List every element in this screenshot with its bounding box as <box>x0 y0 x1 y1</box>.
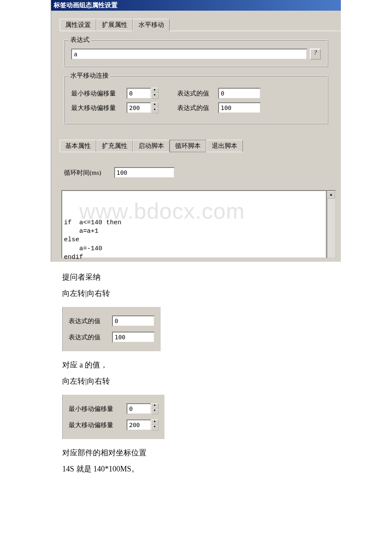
script-content: if a<=140 then a=a+1 else a=-140 endif <box>64 219 324 262</box>
rotate-links-2: 向左转|向右转 <box>62 376 343 386</box>
spin-down-icon[interactable]: ▼ <box>151 425 159 431</box>
tab-property-settings[interactable]: 属性设置 <box>60 19 96 31</box>
vertical-scrollbar[interactable]: ▲ <box>326 190 336 258</box>
help-button[interactable]: ? <box>310 49 321 60</box>
max-offset-input[interactable] <box>127 102 151 113</box>
bottom-tab-row: 基本属性 扩充属性 启动脚本 循环脚本 退出脚本 <box>60 139 341 152</box>
mini-min-offset-label: 最小移动偏移量 <box>69 405 120 413</box>
tab-extended-property[interactable]: 扩展属性 <box>96 19 133 31</box>
mini-expr-value-2[interactable] <box>112 332 155 343</box>
top-tab-row: 属性设置 扩展属性 水平移动 <box>60 18 341 31</box>
mini-expr-value-1[interactable] <box>112 315 155 327</box>
loop-time-label: 循环时间(ms) <box>64 169 101 177</box>
spin-up-icon[interactable]: ▲ <box>151 403 159 409</box>
expression-input[interactable] <box>71 49 307 60</box>
title-bar: 标签动画组态属性设置 <box>51 0 341 11</box>
answer-body: 提问者采纳 向左转|向右转 表达式的值 表达式的值 对应 a 的值， 向左转|向… <box>62 272 343 474</box>
mini-expr-label-1: 表达式的值 <box>69 317 105 325</box>
spin-down-icon[interactable]: ▼ <box>151 108 159 113</box>
max-offset-spinner[interactable]: ▲ ▼ <box>127 102 159 113</box>
tab-extend-property[interactable]: 扩充属性 <box>96 140 133 152</box>
min-offset-input[interactable] <box>127 88 151 99</box>
max-offset-label: 最大移动偏移量 <box>71 104 122 112</box>
script-textarea[interactable]: www.bdocx.com if a<=140 then a=a+1 else … <box>61 190 326 258</box>
min-expr-label: 表达式的值 <box>177 90 214 98</box>
correspond-a-text: 对应 a 的值， <box>62 360 343 370</box>
spin-down-icon[interactable]: ▼ <box>151 93 159 99</box>
min-offset-spinner[interactable]: ▲ ▼ <box>127 88 159 99</box>
mini-max-offset-label: 最大移动偏移量 <box>69 421 120 429</box>
expr-value-panel: 表达式的值 表达式的值 <box>62 307 161 351</box>
spin-up-icon[interactable]: ▲ <box>151 88 159 93</box>
tab-start-script[interactable]: 启动脚本 <box>133 140 170 152</box>
move-connect-fieldset: 水平移动连接 最小移动偏移量 ▲ ▼ 表达式的值 最大移动偏移量 <box>64 75 328 124</box>
rotate-links-1: 向左转|向右转 <box>62 288 343 298</box>
tab-loop-script[interactable]: 循环脚本 <box>170 140 206 152</box>
tab-horizontal-move[interactable]: 水平移动 <box>133 19 170 31</box>
spin-up-icon[interactable]: ▲ <box>151 102 159 108</box>
offset-panel: 最小移动偏移量 ▲ ▼ 最大移动偏移量 ▲ ▼ <box>62 395 164 439</box>
tab-exit-script[interactable]: 退出脚本 <box>206 140 243 152</box>
coord-text: 对应部件的相对坐标位置 <box>62 448 343 458</box>
loop-time-input[interactable] <box>114 167 175 178</box>
mini-expr-label-2: 表达式的值 <box>69 333 105 341</box>
mini-max-offset-input[interactable] <box>127 419 151 431</box>
tab-basic-property[interactable]: 基本属性 <box>60 140 96 152</box>
script-area: www.bdocx.com if a<=140 then a=a+1 else … <box>61 190 336 258</box>
max-expr-value[interactable] <box>218 102 261 113</box>
final-text: 14S 就是 140*100MS。 <box>62 464 343 474</box>
dialog-window: 标签动画组态属性设置 属性设置 扩展属性 水平移动 表达式 ? 水平移动连接 最… <box>51 0 341 262</box>
expression-legend: 表达式 <box>69 36 91 44</box>
scroll-track[interactable] <box>327 199 335 257</box>
spin-up-icon[interactable]: ▲ <box>151 419 159 425</box>
expression-fieldset: 表达式 ? <box>64 40 328 67</box>
scroll-up-icon[interactable]: ▲ <box>327 191 335 199</box>
move-connect-legend: 水平移动连接 <box>69 72 110 80</box>
max-expr-label: 表达式的值 <box>177 104 214 112</box>
mini-min-offset-input[interactable] <box>127 403 151 414</box>
min-offset-label: 最小移动偏移量 <box>71 90 122 98</box>
min-expr-value[interactable] <box>218 88 261 99</box>
spin-down-icon[interactable]: ▼ <box>151 409 159 414</box>
